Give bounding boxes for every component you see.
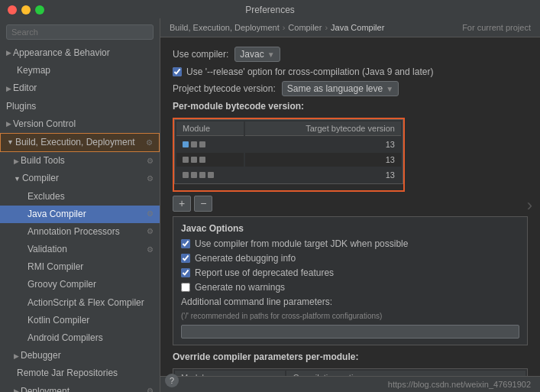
- target-cell: 13: [245, 168, 401, 182]
- override-title: Override compiler parameters per-module:: [173, 352, 528, 362]
- target-cell: 13: [245, 153, 401, 167]
- url-text: https://blog.csdn.net/weixin_47691902: [388, 380, 531, 389]
- additional-params-input[interactable]: [181, 325, 519, 339]
- override-section: Override compiler parameters per-module:…: [173, 352, 528, 376]
- sidebar-item-excludes[interactable]: Excludes: [0, 188, 160, 206]
- remove-module-button[interactable]: −: [194, 196, 212, 212]
- sidebar-item-label: Build Tools: [21, 154, 65, 168]
- cross-compile-label: Use '--release' option for cross-compila…: [186, 66, 433, 77]
- sidebar-item-deployment[interactable]: ▶ Deployment ⚙: [0, 383, 160, 392]
- module-table-container: Module Target bytecode version: [173, 118, 405, 192]
- sidebar-item-rmi-compiler[interactable]: RMI Compiler: [0, 258, 160, 276]
- sidebar-item-label: Debugger: [21, 348, 61, 363]
- expand-panel-icon[interactable]: ›: [527, 196, 532, 215]
- expand-icon: ▼: [14, 173, 21, 184]
- use-compiler-combo[interactable]: Javac ▼: [234, 47, 280, 62]
- per-module-title: Per-module bytecode version:: [173, 101, 528, 112]
- gear-icon: ⚙: [147, 244, 154, 256]
- minimize-button[interactable]: [21, 5, 31, 15]
- sidebar-item-java-compiler[interactable]: Java Compiler ⚙: [0, 206, 160, 223]
- gear-icon: ⚙: [146, 137, 153, 149]
- module-sq-icon: [199, 141, 205, 147]
- sidebar-item-label: Build, Execution, Deployment: [15, 135, 135, 150]
- sidebar-item-validation[interactable]: Validation ⚙: [0, 241, 160, 258]
- option-generate-no-warnings: Generate no warnings: [181, 282, 519, 293]
- module-sq-icon: [191, 157, 197, 163]
- gear-icon: ⚙: [147, 208, 154, 220]
- expand-icon: ▼: [7, 137, 14, 147]
- sidebar-item-actionscript-flex[interactable]: ActionScript & Flex Compiler: [0, 294, 160, 312]
- combo-arrow-icon: ▼: [267, 50, 275, 59]
- sidebar-item-label: Android Compilers: [27, 331, 103, 345]
- option-use-compiler-checkbox[interactable]: [181, 239, 190, 248]
- gear-icon: ⚙: [147, 385, 154, 392]
- module-sq-icon: [183, 141, 189, 147]
- cross-compile-checkbox[interactable]: [173, 67, 182, 76]
- help-icon: ?: [170, 376, 174, 385]
- sidebar-item-compiler[interactable]: ▼ Compiler ⚙: [0, 170, 160, 187]
- sidebar-item-label: Remote Jar Repositories: [17, 366, 118, 381]
- module-block: [183, 172, 238, 178]
- panel-content: Use compiler: Javac ▼ Use '--release' op…: [160, 37, 540, 376]
- option-generate-debugging: Generate debugging info: [181, 253, 519, 264]
- sidebar-item-editor[interactable]: ▶ Editor: [0, 79, 160, 97]
- sidebar-item-remote-jar[interactable]: Remote Jar Repositories: [0, 364, 160, 382]
- sidebar-item-kotlin-compiler[interactable]: Kotlin Compiler: [0, 312, 160, 329]
- breadcrumb-part3: Java Compiler: [331, 23, 384, 32]
- sidebar-item-label: RMI Compiler: [27, 260, 83, 274]
- option-generate-debugging-label: Generate debugging info: [195, 253, 296, 264]
- sidebar-item-appearance[interactable]: ▶ Appearance & Behavior: [0, 44, 160, 62]
- sidebar-item-plugins[interactable]: Plugins: [0, 98, 160, 115]
- sidebar-item-debugger[interactable]: ▶ Debugger: [0, 347, 160, 364]
- sidebar-item-label: Deployment: [21, 384, 70, 392]
- expand-icon: ▶: [6, 83, 11, 94]
- module-sq-icon: [183, 172, 189, 178]
- sidebar-item-label: Version Control: [13, 117, 76, 131]
- gear-icon: ⚙: [147, 225, 154, 238]
- bottom-url-bar: https://blog.csdn.net/weixin_47691902: [160, 376, 540, 392]
- window-title: Preferences: [245, 5, 295, 15]
- sidebar-item-build-exec[interactable]: ▼ Build, Execution, Deployment ⚙: [0, 133, 160, 152]
- traffic-lights[interactable]: [8, 5, 44, 15]
- module-block: [183, 141, 238, 147]
- table-row: 13: [176, 138, 401, 151]
- javac-options-section: Javac Options Use compiler from module t…: [173, 216, 528, 345]
- expand-icon: ▶: [6, 47, 11, 58]
- option-use-compiler-label: Use compiler from module target JDK when…: [195, 238, 408, 249]
- module-cell: [176, 168, 244, 182]
- add-module-button[interactable]: +: [173, 196, 191, 212]
- table-row: 13: [176, 168, 401, 182]
- module-sq-icon: [199, 172, 205, 178]
- close-button[interactable]: [8, 5, 17, 15]
- sidebar-item-annotation-processors[interactable]: Annotation Processors ⚙: [0, 223, 160, 241]
- sidebar-item-android-compilers[interactable]: Android Compilers: [0, 329, 160, 347]
- sidebar-item-label: Appearance & Behavior: [13, 46, 110, 60]
- module-sq-icon: [183, 157, 189, 163]
- sidebar-item-label: Groovy Compiler: [27, 277, 96, 292]
- search-input[interactable]: [6, 24, 154, 40]
- target-cell: 13: [245, 138, 401, 151]
- sidebar-item-label: Compiler: [22, 171, 59, 186]
- module-cell: [176, 153, 244, 167]
- sidebar-item-groovy-compiler[interactable]: Groovy Compiler: [0, 276, 160, 293]
- option-generate-debugging-checkbox[interactable]: [181, 254, 190, 263]
- additional-params-hint: ('/' recommended in paths for cross-plat…: [181, 312, 382, 320]
- expand-icon: ▶: [6, 118, 11, 129]
- breadcrumb-sep2: ›: [325, 23, 328, 32]
- sidebar-item-keymap[interactable]: Keymap: [0, 62, 160, 79]
- bytecode-version-combo[interactable]: Same as language leve ▼: [282, 81, 399, 96]
- help-button[interactable]: ?: [165, 374, 179, 387]
- sidebar-item-version-control[interactable]: ▶ Version Control: [0, 115, 160, 133]
- sidebar-item-label: Kotlin Compiler: [27, 313, 89, 328]
- module-col-header: Module: [176, 121, 244, 136]
- breadcrumb-sep1: ›: [283, 23, 286, 32]
- target-col-header: Target bytecode version: [245, 121, 401, 136]
- maximize-button[interactable]: [35, 5, 44, 15]
- for-current-project-label: For current project: [462, 23, 531, 32]
- sidebar-item-build-tools[interactable]: ▶ Build Tools ⚙: [0, 152, 160, 170]
- sidebar-item-label: Validation: [27, 242, 67, 257]
- option-generate-no-warnings-checkbox[interactable]: [181, 283, 190, 292]
- bytecode-version-row: Project bytecode version: Same as langua…: [173, 81, 528, 96]
- sidebar-item-label: Editor: [13, 81, 37, 96]
- option-report-deprecated-checkbox[interactable]: [181, 268, 190, 277]
